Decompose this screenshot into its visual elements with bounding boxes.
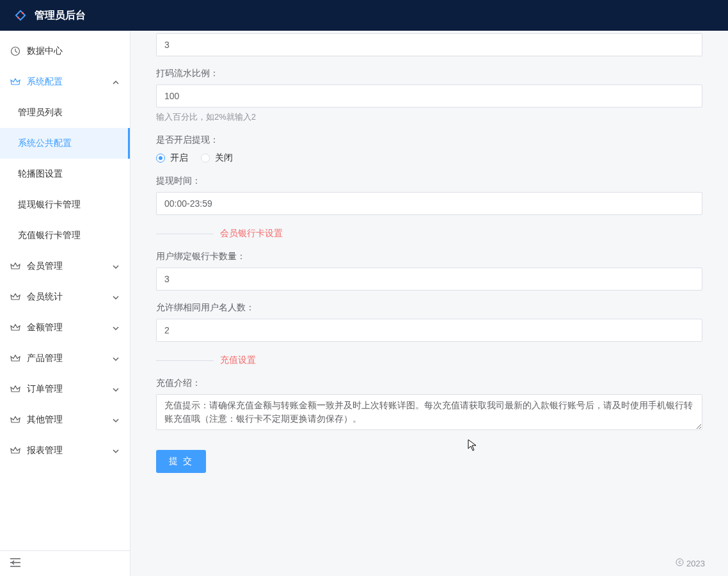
bankcard-count-label: 用户绑定银行卡数量： (156, 251, 702, 262)
radio-icon (201, 154, 210, 163)
logo-icon (13, 8, 28, 23)
sidebar-item-label: 数据中心 (27, 45, 120, 57)
sidebar-item-label: 金额管理 (27, 322, 112, 333)
crown-icon (10, 261, 20, 271)
section-title: 会员银行卡设置 (220, 228, 283, 239)
chevron-down-icon (112, 416, 120, 424)
damashui-label: 打码流水比例： (156, 68, 702, 79)
withdraw-time-label: 提现时间： (156, 175, 702, 187)
radio-label: 关闭 (215, 152, 233, 164)
sidebar-item-report-manage[interactable]: 报表管理 (0, 435, 130, 466)
footer-copyright: 2023 (676, 558, 705, 568)
chevron-down-icon (112, 447, 120, 454)
copyright-icon (676, 558, 684, 568)
crown-icon (10, 77, 20, 87)
sidebar-item-label: 系统配置 (27, 76, 112, 88)
sidebar: 数据中心 系统配置 管理员列表 系统公共配置 轮播图设置 提现银行卡管理 充值银… (0, 31, 131, 576)
recharge-intro-textarea[interactable] (156, 394, 702, 430)
sidebar-item-data-center[interactable]: 数据中心 (0, 36, 130, 67)
section-divider-recharge: 充值设置 (156, 355, 702, 366)
sidebar-item-member-stats[interactable]: 会员统计 (0, 282, 130, 312)
chevron-down-icon (112, 262, 120, 270)
sidebar-subitem-admin-list[interactable]: 管理员列表 (0, 97, 130, 128)
main-content: 打码流水比例： 输入百分比，如2%就输入2 是否开启提现： 开启 关闭 (131, 31, 728, 576)
crown-icon (10, 415, 20, 425)
crown-icon (10, 353, 20, 364)
top-number-input[interactable] (156, 33, 702, 56)
app-title: 管理员后台 (35, 9, 86, 22)
svg-point-4 (676, 559, 683, 566)
sidebar-item-label: 充值银行卡管理 (18, 230, 81, 241)
damashui-help: 输入百分比，如2%就输入2 (156, 111, 702, 123)
clock-icon (10, 46, 20, 56)
withdraw-enable-label: 是否开启提现： (156, 134, 702, 146)
section-title: 充值设置 (220, 355, 256, 366)
sidebar-item-label: 产品管理 (27, 353, 112, 364)
sidebar-item-other-manage[interactable]: 其他管理 (0, 404, 130, 435)
sidebar-item-system-config[interactable]: 系统配置 (0, 67, 130, 97)
sidebar-item-label: 订单管理 (27, 383, 112, 395)
sidebar-item-label: 管理员列表 (18, 107, 63, 118)
chevron-down-icon (112, 293, 120, 301)
sidebar-item-label: 会员统计 (27, 291, 112, 303)
chevron-down-icon (112, 385, 120, 393)
radio-withdraw-off[interactable]: 关闭 (201, 152, 233, 164)
radio-label: 开启 (170, 152, 188, 164)
sidebar-subitem-withdraw-bank[interactable]: 提现银行卡管理 (0, 189, 130, 220)
sidebar-item-label: 提现银行卡管理 (18, 199, 81, 211)
bankcard-count-input[interactable] (156, 268, 702, 291)
damashui-input[interactable] (156, 84, 702, 108)
crown-icon (10, 445, 20, 456)
collapse-icon (10, 558, 20, 569)
sidebar-item-label: 其他管理 (27, 414, 112, 426)
sidebar-item-product-manage[interactable]: 产品管理 (0, 343, 130, 374)
sidebar-item-label: 轮播图设置 (18, 168, 63, 180)
chevron-down-icon (112, 324, 120, 332)
chevron-up-icon (112, 78, 120, 86)
radio-withdraw-on[interactable]: 开启 (156, 152, 188, 164)
sidebar-subitem-carousel[interactable]: 轮播图设置 (0, 159, 130, 189)
sidebar-item-label: 报表管理 (27, 445, 112, 456)
section-divider-bankcard: 会员银行卡设置 (156, 228, 702, 239)
copyright-year: 2023 (686, 559, 705, 568)
withdraw-time-input[interactable] (156, 192, 702, 215)
crown-icon (10, 323, 20, 333)
sidebar-item-member-manage[interactable]: 会员管理 (0, 251, 130, 282)
same-name-label: 允许绑相同用户名人数： (156, 302, 702, 314)
sidebar-item-label: 系统公共配置 (18, 138, 72, 149)
sidebar-subitem-recharge-bank[interactable]: 充值银行卡管理 (0, 220, 130, 251)
radio-icon (156, 154, 165, 163)
submit-button[interactable]: 提 交 (156, 450, 206, 473)
chevron-down-icon (112, 355, 120, 362)
sidebar-item-label: 会员管理 (27, 260, 112, 272)
app-header: 管理员后台 (0, 0, 728, 31)
sidebar-item-amount-manage[interactable]: 金额管理 (0, 312, 130, 343)
svg-rect-0 (16, 11, 25, 20)
same-name-input[interactable] (156, 319, 702, 342)
crown-icon (10, 384, 20, 394)
crown-icon (10, 292, 20, 302)
recharge-intro-label: 充值介绍： (156, 378, 702, 389)
sidebar-subitem-public-config[interactable]: 系统公共配置 (0, 128, 130, 159)
sidebar-collapse-toggle[interactable] (0, 550, 130, 576)
sidebar-item-order-manage[interactable]: 订单管理 (0, 374, 130, 404)
